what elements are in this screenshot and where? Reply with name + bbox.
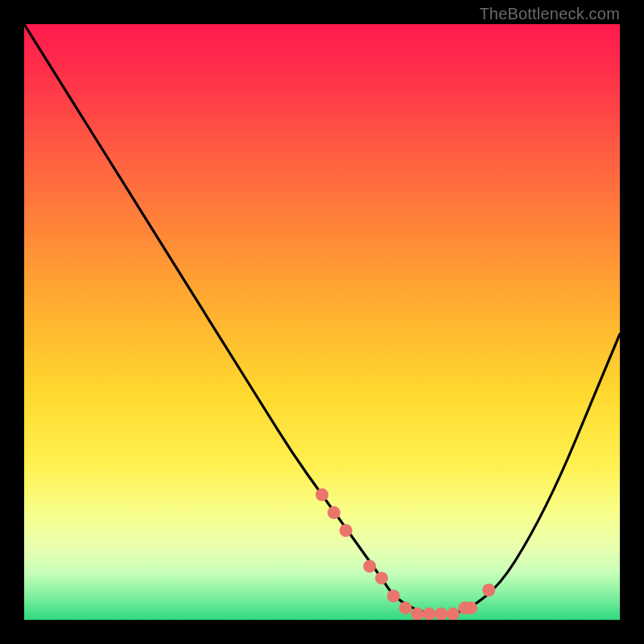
marker-dot bbox=[328, 506, 341, 519]
marker-dot bbox=[399, 601, 412, 614]
marker-dot bbox=[316, 489, 328, 502]
watermark-text: TheBottleneck.com bbox=[479, 5, 620, 23]
marker-dot bbox=[435, 608, 448, 620]
marker-dot bbox=[482, 584, 495, 597]
chart-frame: TheBottleneck.com bbox=[0, 0, 644, 644]
plot-area bbox=[24, 24, 620, 620]
marker-dot bbox=[423, 608, 436, 620]
highlight-markers bbox=[316, 489, 495, 620]
marker-dot bbox=[340, 524, 353, 537]
bottleneck-curve bbox=[24, 24, 620, 614]
marker-dot bbox=[363, 559, 376, 572]
curve-layer bbox=[24, 24, 620, 620]
marker-dot bbox=[447, 608, 460, 620]
marker-dot bbox=[387, 589, 400, 602]
marker-dot bbox=[464, 601, 477, 614]
marker-dot bbox=[375, 572, 388, 584]
marker-dot bbox=[411, 608, 423, 620]
